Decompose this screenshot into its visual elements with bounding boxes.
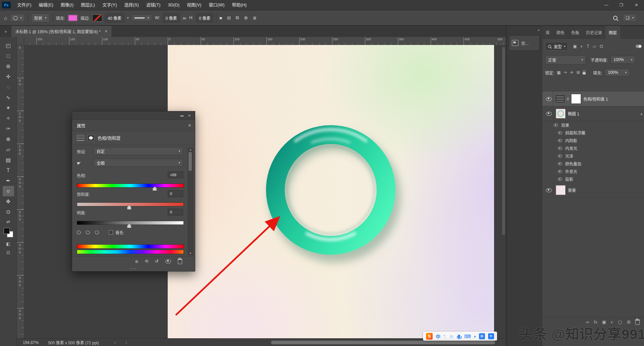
lock-all-icon[interactable]	[583, 72, 586, 75]
path-operations-icon[interactable]: ■	[219, 15, 222, 20]
collapse-panel-icon[interactable]: ◂◂	[180, 114, 183, 117]
tool-mode-select[interactable]: 形状 ▾	[31, 13, 50, 22]
effect-row-0[interactable]: 斜面和浮雕	[542, 129, 644, 137]
keyboard-icon[interactable]: ⌨	[464, 334, 471, 339]
layer-row-ellipse[interactable]: 椭圆 1 ▴	[542, 106, 644, 121]
lock-artboard-icon[interactable]: ⊞	[577, 70, 580, 75]
scroll-up-icon[interactable]: ▲	[188, 148, 193, 151]
window-control-restore[interactable]: ❐	[614, 0, 629, 10]
filter-pixel-layers-icon[interactable]: ▣	[573, 44, 577, 49]
lightness-slider[interactable]	[77, 221, 184, 225]
ime-skin-icon[interactable]: ✦	[488, 333, 494, 339]
ime-punctuation-icon[interactable]: °,	[443, 334, 446, 338]
lock-transparent-pixels-icon[interactable]: ▦	[557, 70, 560, 75]
visibility-eye-icon[interactable]	[558, 170, 562, 173]
mask-icon[interactable]	[88, 135, 94, 141]
gear-icon[interactable]: ⚙	[244, 15, 248, 20]
lock-image-pixels-icon[interactable]: ✑	[564, 70, 567, 75]
align-edges-icon[interactable]: ≣	[253, 15, 257, 20]
document-canvas[interactable]	[168, 45, 494, 338]
menu-item-6[interactable]: 滤镜(T)	[143, 0, 164, 10]
collapse-effects-icon[interactable]: ▴	[641, 112, 642, 115]
rectangular-marquee-tool[interactable]: □	[3, 51, 14, 61]
saturation-value-input[interactable]: 0	[168, 190, 183, 197]
microphone-icon[interactable]	[458, 335, 460, 338]
effects-header-row[interactable]: 效果	[542, 121, 644, 129]
toolbar-expand-icon[interactable]: »	[0, 26, 11, 37]
layer-row-background[interactable]: 背景	[542, 183, 644, 198]
close-icon[interactable]: ✕	[188, 114, 191, 117]
effect-row-4[interactable]: 颜色叠加	[542, 160, 644, 167]
hand-tool[interactable]: ✥	[3, 196, 14, 207]
view-previous-state-icon[interactable]: ⟲	[145, 259, 148, 264]
layer-name[interactable]: 椭圆 1	[568, 111, 579, 116]
stroke-style-select[interactable]: ▾	[131, 14, 152, 21]
lock-position-icon[interactable]: ✛	[570, 70, 574, 75]
preset-select[interactable]: 自定 ▾	[94, 147, 183, 155]
hue-slider-thumb[interactable]	[153, 187, 157, 191]
menu-item-1[interactable]: 编辑(E)	[35, 0, 57, 10]
layer-mask-thumbnail[interactable]	[571, 94, 581, 104]
eraser-tool[interactable]: ▱	[3, 144, 14, 155]
subtract-eyedropper-icon[interactable]	[94, 230, 100, 235]
zoom-tool[interactable]: ⊙	[3, 207, 14, 217]
scrollbar-thumb[interactable]	[189, 152, 192, 171]
visibility-eye-icon[interactable]	[558, 162, 562, 165]
visibility-eye-icon[interactable]	[546, 188, 552, 192]
emoji-icon[interactable]: ☺	[449, 334, 453, 339]
lasso-tool[interactable]: ∿	[3, 92, 14, 103]
shape-layer-thumbnail[interactable]	[556, 109, 566, 118]
path-arrangement-icon[interactable]: ⧉	[236, 15, 239, 20]
chevron-down-icon[interactable]: ▾	[127, 16, 129, 19]
crop-tool[interactable]: ◰	[3, 40, 14, 51]
panel-tab-2[interactable]: 色板	[568, 26, 583, 39]
visibility-eye-icon[interactable]	[165, 259, 171, 263]
menu-item-4[interactable]: 文字(Y)	[99, 0, 120, 10]
adjustment-layer-thumbnail[interactable]	[556, 95, 565, 102]
clone-source-panel-button[interactable]: 仿...	[509, 35, 540, 51]
quick-mask-icon[interactable]: ◧	[3, 239, 14, 248]
quick-selection-tool[interactable]: ✶	[3, 103, 14, 113]
panel-tab-0[interactable]: 库	[542, 26, 553, 39]
filter-type-layers-icon[interactable]: T	[587, 44, 589, 49]
ruler-origin-corner[interactable]	[17, 37, 24, 45]
window-control-minimize[interactable]: —	[599, 0, 614, 10]
menu-item-3[interactable]: 图层(L)	[77, 0, 99, 10]
layer-filter-select[interactable]: 类型 ▾	[545, 42, 568, 51]
gradient-tool[interactable]: ▤	[3, 155, 14, 165]
sogou-logo[interactable]: S	[426, 333, 433, 340]
clone-stamp-tool[interactable]: ⊕	[3, 134, 14, 144]
menu-item-5[interactable]: 选择(S)	[120, 0, 142, 10]
channel-select[interactable]: 全图 ▾	[94, 159, 183, 167]
visibility-eye-icon[interactable]	[546, 97, 552, 101]
tool-preset-picker[interactable]: ◯ ▾	[10, 14, 25, 22]
move-tool[interactable]: ✛	[3, 71, 14, 82]
filter-smart-objects-icon[interactable]: ⊡	[600, 44, 603, 49]
layer-fill-select[interactable]: 100% ▾	[605, 68, 630, 77]
window-control-close[interactable]: ✕	[629, 0, 644, 10]
lightness-value-input[interactable]: 0	[168, 209, 183, 215]
menu-item-2[interactable]: 图像(I)	[57, 0, 77, 10]
ellipse-tool[interactable]: ○	[3, 186, 14, 196]
zoom-level[interactable]: 194.87%	[17, 340, 39, 345]
height-input[interactable]: 0 像素	[196, 13, 213, 22]
effect-row-1[interactable]: 内阴影	[542, 137, 644, 144]
search-icon[interactable]	[613, 16, 618, 20]
lightness-slider-thumb[interactable]	[127, 224, 131, 228]
eye-cell[interactable]	[544, 106, 553, 121]
menu-item-7[interactable]: 3D(D)	[164, 0, 183, 10]
visibility-eye-icon[interactable]	[558, 139, 562, 142]
stroke-width-input[interactable]: 40 像素	[105, 13, 124, 22]
filter-toggle[interactable]	[636, 45, 642, 48]
close-icon[interactable]: ✕	[105, 29, 108, 34]
visibility-eye-icon[interactable]	[558, 147, 562, 150]
ime-expand-icon[interactable]: ▴	[474, 334, 476, 338]
elliptical-marquee-tool[interactable]: ◌	[3, 82, 14, 92]
document-tab[interactable]: 未标题-1 @ 195% (色相/饱和度 1, 图层蒙版/8) * ✕	[11, 26, 112, 37]
visibility-eye-icon[interactable]	[554, 123, 558, 127]
layer-name[interactable]: 背景	[568, 187, 576, 193]
add-eyedropper-icon[interactable]	[85, 230, 91, 235]
saturation-slider[interactable]	[77, 202, 184, 206]
hue-value-input[interactable]: +69	[168, 171, 183, 178]
fill-color-swatch[interactable]	[68, 15, 77, 21]
